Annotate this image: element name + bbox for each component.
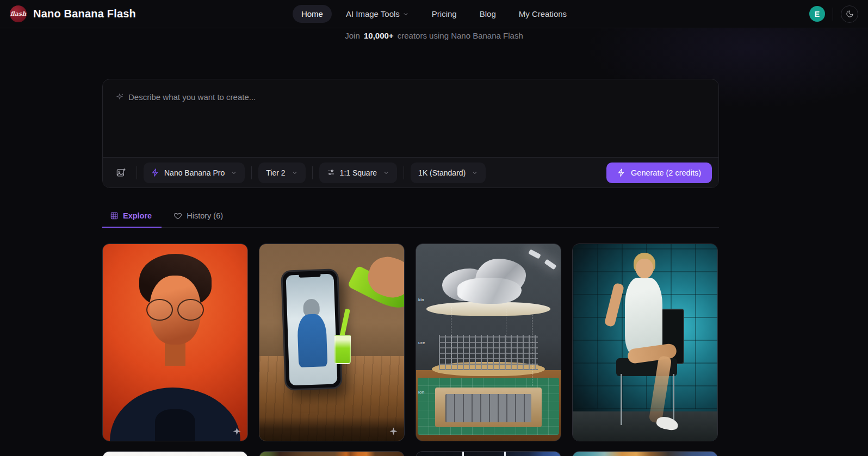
gallery-tabs: Explore History (6)	[102, 206, 719, 228]
art-glass	[334, 335, 350, 364]
nav-item-home[interactable]: Home	[293, 5, 332, 23]
nav-actions: E	[575, 5, 858, 23]
aspect-ratio-label: 1:1 Square	[340, 168, 377, 177]
gallery-card-partial[interactable]	[259, 451, 405, 456]
art-chair-leg	[673, 374, 674, 425]
chevron-down-icon	[402, 11, 409, 17]
gallery-image-woman-teal	[573, 244, 717, 441]
moon-icon	[846, 10, 854, 18]
prompt-input-area	[103, 79, 718, 157]
join-prefix: Join	[345, 31, 360, 40]
model-select-label: Nano Banana Pro	[164, 168, 225, 177]
social-proof-line: Join 10,000+ creators using Nano Banana …	[0, 31, 868, 40]
creator-count: 10,000+	[362, 31, 395, 40]
resolution-label: 1K (Standard)	[418, 168, 466, 177]
gallery-card-partial[interactable]	[102, 451, 248, 456]
art-dashed-line	[506, 309, 506, 364]
prompt-input[interactable]	[103, 79, 718, 157]
nav-item-my-creations[interactable]: My Creations	[510, 5, 575, 23]
art-glasses	[146, 299, 204, 321]
art-dashed-line	[532, 315, 532, 385]
art-arm	[604, 283, 624, 327]
tab-history[interactable]: History (6)	[166, 206, 233, 227]
aspect-ratio-select[interactable]: 1:1 Square	[319, 163, 398, 183]
main-content: Nano Banana Pro Tier 2 1:1 Square	[102, 79, 719, 456]
sparkle-icon	[389, 427, 398, 436]
chevron-down-icon	[383, 170, 389, 176]
art-structure-layer	[432, 335, 544, 376]
model-select[interactable]: Nano Banana Pro	[144, 163, 245, 183]
gallery-card[interactable]: kin ure ion	[416, 243, 561, 441]
nav-brand: flash Nano Banana Flash	[10, 5, 293, 22]
add-image-button[interactable]	[111, 164, 130, 182]
generate-button-label: Generate (2 credits)	[631, 168, 701, 177]
toolbar-divider	[251, 166, 252, 179]
gallery-image-phone-winter	[259, 244, 404, 441]
page: flash Nano Banana Flash Home AI Image To…	[0, 0, 868, 456]
lightning-icon	[151, 168, 159, 177]
nav-divider	[833, 8, 833, 21]
gallery-grid-row2	[102, 451, 719, 456]
toolbar-divider	[312, 166, 313, 179]
chevron-down-icon	[292, 170, 298, 176]
art-skin-layer	[433, 258, 543, 307]
sparkles-icon	[115, 92, 125, 102]
nav-item-blog[interactable]: Blog	[471, 5, 505, 23]
grid-icon	[110, 211, 119, 220]
art-face	[636, 259, 653, 278]
sliders-icon	[327, 168, 335, 177]
art-chair-leg	[621, 374, 622, 425]
art-label-foundation: ion	[418, 390, 425, 395]
tab-explore-label: Explore	[123, 211, 152, 220]
composer-toolbar: Nano Banana Pro Tier 2 1:1 Square	[103, 157, 718, 188]
art-spotlight	[544, 259, 556, 270]
art-shirt	[155, 409, 195, 441]
brand-logo-icon[interactable]: flash	[10, 5, 27, 22]
art-dashed-line	[451, 307, 451, 366]
gallery-image-man-orange	[103, 244, 247, 441]
art-phone-screen	[286, 274, 337, 386]
gallery-card-partial[interactable]	[416, 451, 561, 456]
theme-toggle-button[interactable]	[841, 5, 858, 23]
art-label-skin: kin	[418, 297, 424, 302]
prompt-composer: Nano Banana Pro Tier 2 1:1 Square	[102, 79, 719, 188]
toolbar-divider	[137, 166, 137, 179]
toolbar-divider	[404, 166, 404, 179]
nav-item-pricing[interactable]: Pricing	[423, 5, 466, 23]
gallery-card[interactable]	[102, 243, 248, 441]
gallery-card[interactable]	[259, 243, 405, 441]
tab-explore[interactable]: Explore	[102, 206, 162, 227]
add-image-icon	[116, 167, 126, 178]
chevron-down-icon	[231, 170, 237, 176]
avatar[interactable]: E	[809, 6, 825, 22]
logo-text: flash	[10, 10, 26, 17]
gallery-card-partial[interactable]	[572, 451, 718, 456]
chevron-down-icon	[472, 170, 478, 176]
art-jacket	[296, 314, 327, 367]
nav-links: Home AI Image Tools Pricing Blog My Crea…	[293, 5, 575, 23]
tier-select-label: Tier 2	[266, 168, 285, 177]
art-phone	[281, 268, 343, 390]
brand-title: Nano Banana Flash	[33, 8, 136, 20]
gallery-grid: kin ure ion	[102, 243, 719, 441]
gallery-image-architecture-model: kin ure ion	[416, 244, 561, 441]
heart-icon	[173, 211, 182, 220]
nav-item-label: AI Image Tools	[346, 9, 400, 18]
art-foundation-layer	[435, 388, 542, 427]
top-nav: flash Nano Banana Flash Home AI Image To…	[0, 0, 868, 28]
resolution-select[interactable]: 1K (Standard)	[411, 163, 486, 183]
art-floor	[573, 411, 717, 441]
generate-button[interactable]: Generate (2 credits)	[606, 163, 712, 183]
art-dress	[625, 278, 662, 357]
tier-select[interactable]: Tier 2	[258, 163, 305, 183]
art-phone-notch	[299, 273, 320, 277]
sparkle-icon	[232, 427, 241, 436]
join-suffix: creators using Nano Banana Flash	[398, 31, 523, 40]
art-label-structure: ure	[418, 340, 425, 345]
tab-history-label: History (6)	[187, 211, 223, 220]
nav-item-ai-image-tools[interactable]: AI Image Tools	[337, 5, 418, 23]
lightning-icon	[617, 168, 625, 177]
gallery-card[interactable]	[572, 243, 718, 441]
